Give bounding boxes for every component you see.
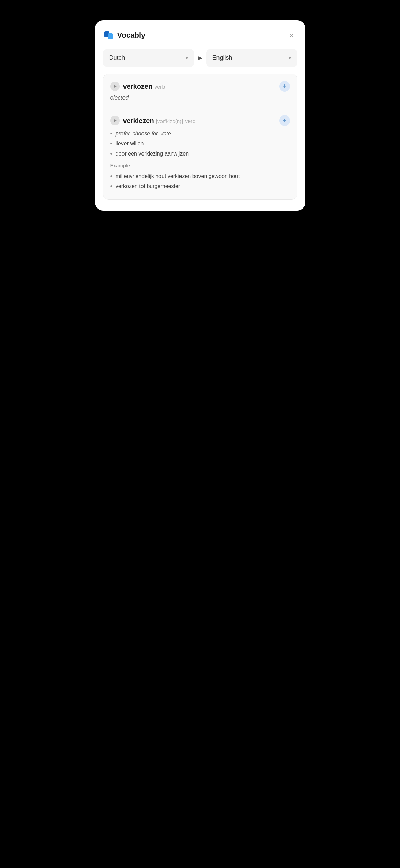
example-label: Example:	[110, 163, 290, 168]
example-2: verkozen tot burgemeester	[110, 183, 290, 191]
language-selector-row: Dutch ▾ ▶ English ▾	[103, 49, 297, 67]
add-button-verkozen[interactable]: +	[279, 81, 290, 92]
source-chevron-icon: ▾	[186, 55, 188, 61]
definitions-list: prefer, choose for, vote liever willen d…	[110, 130, 290, 158]
pos-verkozen: verb	[154, 84, 165, 90]
phonetic-verkiezen: [vərˈkizə(n)]	[156, 118, 183, 124]
play-button-verkozen[interactable]	[110, 82, 120, 91]
target-language-label: English	[212, 54, 232, 61]
card-header-left-verkiezen: verkiezen[vərˈkizə(n)]verb	[110, 116, 196, 125]
target-chevron-icon: ▾	[289, 55, 291, 61]
word-verkiezen: verkiezen	[123, 117, 154, 124]
pos-verkiezen: verb	[185, 118, 195, 124]
card-header-left: verkozenverb	[110, 82, 165, 91]
app-logo-icon	[103, 30, 114, 41]
svg-rect-1	[108, 33, 113, 39]
definition-1: prefer, choose for, vote	[110, 130, 290, 138]
result-card-verkozen: verkozenverb + elected	[103, 74, 297, 108]
header-left: Vocably	[103, 30, 146, 41]
play-button-verkiezen[interactable]	[110, 116, 120, 125]
definition-3: door een verkiezing aanwijzen	[110, 150, 290, 158]
results-wrapper: verkozenverb + elected verkiezen[vərˈkiz…	[103, 74, 297, 200]
app-container: Vocably × Dutch ▾ ▶ English ▾ verkozenve…	[95, 20, 305, 211]
close-button[interactable]: ×	[286, 30, 297, 41]
language-arrow-icon: ▶	[198, 55, 202, 61]
app-title: Vocably	[117, 31, 146, 40]
card-header-verkiezen: verkiezen[vərˈkizə(n)]verb +	[110, 115, 290, 126]
definition-2: liever willen	[110, 140, 290, 148]
target-language-select[interactable]: English ▾	[206, 49, 297, 67]
result-card-verkiezen: verkiezen[vərˈkizə(n)]verb + prefer, cho…	[103, 108, 297, 199]
source-language-select[interactable]: Dutch ▾	[103, 49, 194, 67]
header: Vocably ×	[103, 30, 297, 41]
example-1: milieuvriendelijk hout verkiezen boven g…	[110, 173, 290, 180]
card-header-verkozen: verkozenverb +	[110, 81, 290, 92]
examples-list: milieuvriendelijk hout verkiezen boven g…	[110, 173, 290, 191]
translation-verkozen: elected	[110, 94, 290, 101]
source-language-label: Dutch	[109, 54, 125, 61]
word-verkozen: verkozen	[123, 83, 153, 90]
add-button-verkiezen[interactable]: +	[279, 115, 290, 126]
